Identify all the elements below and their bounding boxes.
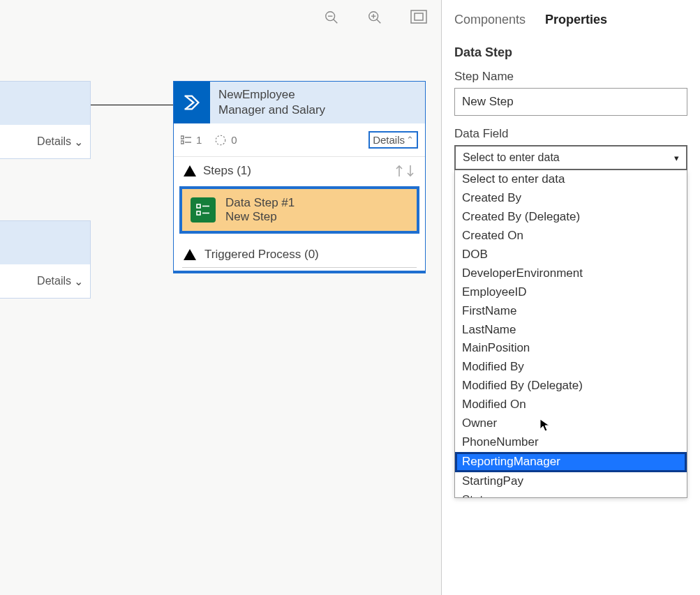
dropdown-option[interactable]: Modified By xyxy=(455,358,687,377)
canvas-toolbar xyxy=(324,10,427,28)
chevron-down-icon: ⌄ xyxy=(74,135,83,149)
zoom-out-icon[interactable] xyxy=(324,10,339,28)
steps-section-header: Steps (1) xyxy=(174,157,425,185)
selection-accent xyxy=(174,271,425,273)
dropdown-option[interactable]: StartingPay xyxy=(455,472,687,491)
dropdown-option[interactable]: Created By (Delegate) xyxy=(455,208,687,227)
svg-rect-9 xyxy=(181,136,184,139)
stage-header: NewEmployee Manager and Salary xyxy=(174,82,425,123)
dropdown-option[interactable]: MainPosition xyxy=(455,339,687,358)
stage-title-line1: NewEmployee xyxy=(218,87,417,103)
panel-tabs: Components Properties xyxy=(454,13,687,27)
svg-rect-14 xyxy=(197,204,200,208)
triggered-process-header[interactable]: Triggered Process (0) xyxy=(174,241,425,267)
data-step-title: Data Step #1 xyxy=(225,196,295,210)
stage-node-partial-1[interactable]: Details⌄ xyxy=(0,81,91,159)
data-field-select[interactable]: Select to enter data ▾ Select to enter d… xyxy=(454,145,687,498)
properties-panel: Components Properties Data Step Step Nam… xyxy=(442,0,700,595)
reorder-arrows[interactable] xyxy=(394,165,415,177)
details-toggle-expanded[interactable]: Details ⌃ xyxy=(368,131,418,149)
details-toggle[interactable]: Details xyxy=(37,275,71,287)
details-toggle[interactable]: Details xyxy=(37,135,71,148)
data-field-dropdown[interactable]: Select to enter dataCreated ByCreated By… xyxy=(454,170,687,498)
stage-title-line2: Manager and Salary xyxy=(218,103,417,118)
zoom-in-icon[interactable] xyxy=(367,10,382,28)
data-step-icon xyxy=(191,197,216,223)
chevron-down-icon: ⌄ xyxy=(74,275,83,288)
tab-properties[interactable]: Properties xyxy=(545,13,607,27)
svg-line-4 xyxy=(377,20,381,24)
chevron-up-icon: ⌃ xyxy=(406,135,414,145)
section-title: Data Step xyxy=(454,45,687,60)
svg-rect-11 xyxy=(181,141,184,144)
connector-line xyxy=(91,105,173,105)
dropdown-option[interactable]: Created By xyxy=(455,189,687,208)
tab-components[interactable]: Components xyxy=(454,13,526,27)
data-step-subtitle: New Step xyxy=(225,210,295,224)
trigger-count: 0 xyxy=(214,134,237,146)
collapse-triangle-icon[interactable] xyxy=(184,165,196,176)
step-name-input[interactable] xyxy=(454,88,687,116)
select-current-value: Select to enter data xyxy=(463,151,560,164)
stage-node-partial-2[interactable]: Details⌄ xyxy=(0,220,91,299)
dropdown-option[interactable]: Owner xyxy=(455,414,687,433)
divider xyxy=(182,267,417,268)
dropdown-option[interactable]: Created On xyxy=(455,227,687,246)
chevron-down-icon: ▾ xyxy=(674,153,679,163)
dropdown-option[interactable]: EmployeeID xyxy=(455,283,687,302)
svg-rect-16 xyxy=(197,211,200,215)
stage-meta-row: 1 0 Details ⌃ xyxy=(174,123,425,157)
dropdown-option[interactable]: PhoneNumber xyxy=(455,433,687,452)
dropdown-option[interactable]: LastName xyxy=(455,321,687,340)
data-step-item[interactable]: Data Step #1 New Step xyxy=(179,186,419,234)
dropdown-option[interactable]: Modified On xyxy=(455,396,687,414)
collapse-triangle-icon xyxy=(184,249,196,260)
dropdown-option[interactable]: DOB xyxy=(455,246,687,264)
data-field-label: Data Field xyxy=(454,127,687,141)
fit-screen-icon[interactable] xyxy=(410,10,427,28)
svg-rect-7 xyxy=(411,10,426,23)
dropdown-option[interactable]: Modified By (Delegate) xyxy=(455,377,687,396)
dropdown-option[interactable]: ReportingManager xyxy=(455,452,687,472)
step-name-label: Step Name xyxy=(454,70,687,84)
dropdown-option[interactable]: DeveloperEnvironment xyxy=(455,264,687,283)
dropdown-option[interactable]: Select to enter data xyxy=(455,170,687,189)
stage-node-main[interactable]: NewEmployee Manager and Salary 1 0 Detai… xyxy=(173,81,426,273)
svg-rect-8 xyxy=(415,13,423,20)
dropdown-option[interactable]: Status xyxy=(455,491,687,498)
canvas-area[interactable]: Details⌄ Details⌄ NewEmployee Manager an… xyxy=(0,0,442,595)
svg-line-1 xyxy=(334,20,338,24)
svg-point-13 xyxy=(216,135,226,145)
steps-count: 1 xyxy=(181,134,202,146)
dropdown-option[interactable]: FirstName xyxy=(455,302,687,321)
stage-icon xyxy=(174,82,210,123)
